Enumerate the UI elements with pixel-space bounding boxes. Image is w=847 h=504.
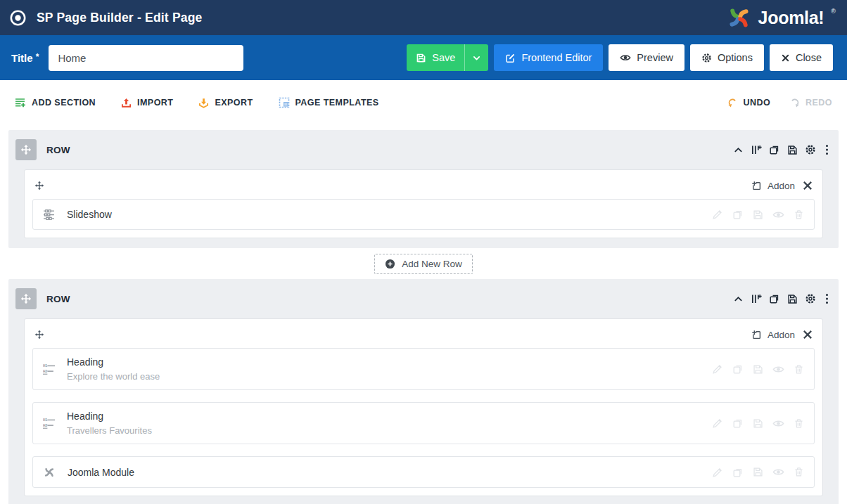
row-header: ROW	[8, 279, 839, 318]
column-options-wrench-icon[interactable]	[803, 330, 813, 340]
visibility-addon-icon[interactable]	[772, 418, 784, 429]
row-drag-handle[interactable]	[15, 288, 37, 309]
delete-addon-icon[interactable]	[794, 418, 804, 429]
joomla-brand: Joomla! ®	[726, 5, 836, 31]
redo-button[interactable]: REDO	[790, 98, 832, 108]
addon-title: Heading	[67, 411, 152, 422]
registered-mark: ®	[831, 8, 836, 15]
column: Addon H1 H2	[24, 318, 823, 496]
row-more-menu-icon[interactable]	[825, 293, 829, 304]
close-button[interactable]: Close	[770, 44, 833, 71]
row-label: ROW	[46, 145, 70, 155]
add-addon-button[interactable]: Addon	[751, 330, 795, 340]
row-section-2: ROW	[8, 279, 839, 504]
delete-addon-icon[interactable]	[794, 467, 804, 477]
delete-addon-icon[interactable]	[794, 364, 804, 375]
joomla-logo-icon	[726, 5, 752, 31]
visibility-addon-icon[interactable]	[772, 466, 784, 478]
duplicate-row-icon[interactable]	[769, 293, 780, 304]
page-templates-button[interactable]: PAGE TEMPLATES	[279, 97, 379, 108]
save-addon-icon[interactable]	[753, 418, 763, 429]
import-button[interactable]: IMPORT	[121, 98, 173, 108]
row-drag-handle[interactable]	[15, 139, 37, 160]
addon-card-slideshow[interactable]: Slideshow	[32, 199, 815, 230]
edit-addon-icon[interactable]	[712, 363, 723, 375]
title-bar: Title * Save	[0, 35, 847, 80]
addon-card-heading-2[interactable]: H1 H2 Heading Travellers Favourites	[32, 402, 815, 444]
chevron-down-icon	[472, 53, 481, 63]
joomla-wordmark: Joomla!	[758, 8, 824, 28]
required-asterisk: *	[36, 52, 39, 62]
column: Addon	[24, 169, 823, 238]
close-icon	[781, 53, 790, 63]
column-options-wrench-icon[interactable]	[803, 181, 813, 190]
svg-text:H1: H1	[43, 418, 48, 422]
slideshow-icon	[43, 209, 55, 221]
row-section-1: ROW	[8, 130, 839, 248]
save-dropdown-button[interactable]	[464, 44, 488, 71]
addon-subtitle: Travellers Favourites	[67, 425, 152, 436]
duplicate-addon-icon[interactable]	[732, 363, 744, 375]
redo-icon	[790, 98, 800, 108]
save-addon-icon[interactable]	[753, 467, 763, 477]
duplicate-addon-icon[interactable]	[732, 209, 744, 220]
duplicate-row-icon[interactable]	[769, 144, 780, 155]
collapse-row-icon[interactable]	[733, 294, 744, 304]
visibility-addon-icon[interactable]	[772, 209, 784, 221]
column-drag-handle[interactable]	[34, 330, 44, 340]
heading-icon: H1 H2	[43, 363, 55, 375]
preview-button[interactable]: Preview	[609, 44, 684, 71]
row-options-gear-icon[interactable]	[805, 293, 816, 304]
frontend-editor-button[interactable]: Frontend Editor	[494, 44, 603, 71]
title-input[interactable]	[49, 45, 243, 71]
save-row-icon[interactable]	[787, 294, 798, 304]
add-addon-icon	[751, 181, 762, 191]
svg-text:H1: H1	[43, 364, 48, 368]
delete-addon-icon[interactable]	[794, 209, 804, 220]
options-button[interactable]: Options	[690, 44, 764, 71]
topbar: SP Page Builder - Edit Page Joomla! ®	[0, 0, 847, 35]
svg-text:H2: H2	[43, 369, 48, 373]
undo-icon	[727, 98, 737, 108]
save-split-button: Save	[407, 44, 488, 71]
collapse-row-icon[interactable]	[733, 145, 744, 155]
addon-card-joomla-module[interactable]: Joomla Module	[32, 456, 815, 488]
edit-addon-icon[interactable]	[712, 209, 723, 220]
page-title: SP Page Builder - Edit Page	[37, 11, 203, 25]
add-addon-icon	[751, 330, 762, 340]
add-section-button[interactable]: ADD SECTION	[15, 97, 96, 108]
title-label: Title *	[11, 52, 39, 64]
addon-title: Slideshow	[67, 209, 112, 220]
duplicate-addon-icon[interactable]	[732, 418, 744, 429]
add-section-icon	[15, 97, 26, 108]
add-addon-button[interactable]: Addon	[751, 181, 795, 191]
save-addon-icon[interactable]	[753, 209, 763, 220]
column-drag-handle[interactable]	[34, 181, 44, 190]
addon-card-heading-1[interactable]: H1 H2 Heading Explore the world ease	[32, 348, 815, 390]
row-header: ROW	[8, 130, 839, 169]
save-button[interactable]: Save	[407, 44, 464, 71]
save-row-icon[interactable]	[787, 145, 798, 155]
edit-addon-icon[interactable]	[712, 418, 723, 429]
plus-circle-icon	[385, 259, 395, 269]
edit-columns-icon[interactable]	[751, 144, 762, 155]
gear-icon	[701, 53, 712, 63]
joomla-module-icon	[43, 466, 56, 479]
duplicate-addon-icon[interactable]	[732, 467, 744, 478]
edit-columns-icon[interactable]	[751, 293, 762, 304]
visibility-addon-icon[interactable]	[772, 363, 784, 375]
undo-button[interactable]: UNDO	[727, 98, 770, 108]
save-icon	[416, 53, 426, 63]
row-more-menu-icon[interactable]	[825, 144, 829, 155]
svg-text:H2: H2	[43, 423, 48, 427]
addon-title: Heading	[67, 356, 160, 368]
export-button[interactable]: EXPORT	[198, 98, 253, 108]
row-options-gear-icon[interactable]	[805, 144, 816, 155]
import-icon	[121, 98, 132, 108]
heading-icon: H1 H2	[43, 418, 55, 429]
save-addon-icon[interactable]	[753, 364, 763, 375]
add-new-row-button[interactable]: Add New Row	[374, 254, 473, 274]
page-templates-icon	[279, 97, 290, 108]
edit-addon-icon[interactable]	[712, 467, 723, 478]
sp-pagebuilder-logo-icon	[9, 9, 27, 27]
